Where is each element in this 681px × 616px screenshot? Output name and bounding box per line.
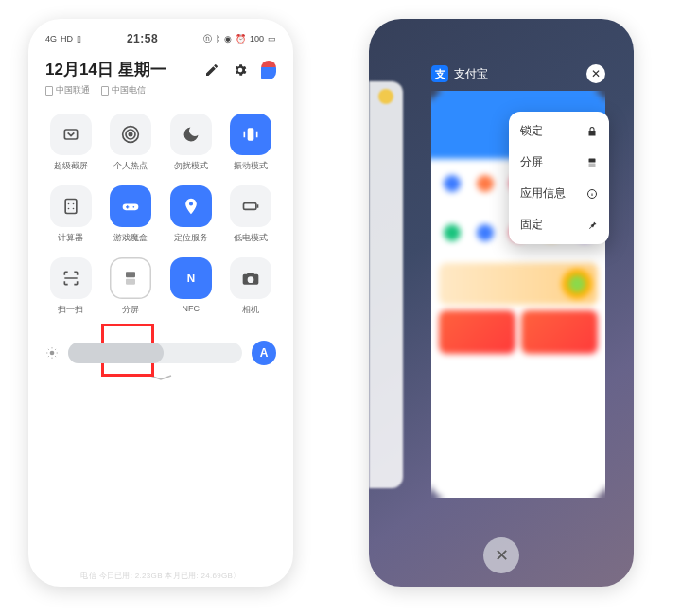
svg-rect-17 bbox=[589, 163, 596, 167]
nfc-status-icon: ⓝ bbox=[203, 33, 212, 45]
svg-point-8 bbox=[67, 208, 69, 210]
edit-icon[interactable] bbox=[204, 62, 219, 78]
auto-brightness-toggle[interactable]: A bbox=[252, 341, 276, 365]
scan-icon bbox=[61, 269, 80, 288]
svg-point-10 bbox=[133, 206, 135, 208]
tile-super-screenshot[interactable]: 超级截屏 bbox=[45, 114, 96, 172]
status-time: 21:58 bbox=[127, 32, 158, 45]
tile-nfc[interactable]: NNFC bbox=[166, 257, 217, 316]
pin-icon bbox=[182, 197, 201, 216]
split-small-icon bbox=[586, 157, 598, 168]
sim1: 中国联通 bbox=[45, 84, 90, 97]
recent-card-prev[interactable] bbox=[369, 81, 403, 488]
battery-pct: 100 bbox=[250, 34, 264, 44]
jovi-icon[interactable] bbox=[261, 61, 276, 79]
phone-right: 支 支付宝 ✕ 锁定 分屏 应用信息 固定 ✕ bbox=[369, 19, 634, 587]
svg-rect-5 bbox=[65, 200, 77, 214]
data-usage-footer: 电信 今日已用: 2.23GB 本月已用: 24.69GB〉 bbox=[28, 571, 293, 581]
info-icon bbox=[586, 188, 598, 200]
menu-item-split[interactable]: 分屏 bbox=[509, 147, 609, 178]
sim2: 中国电信 bbox=[101, 84, 146, 97]
signal-1-icon: 4G bbox=[45, 34, 57, 44]
clear-all-button[interactable]: ✕ bbox=[483, 537, 519, 573]
screenshot-icon bbox=[61, 125, 80, 144]
svg-rect-4 bbox=[248, 128, 254, 140]
mute-icon: ◉ bbox=[224, 34, 232, 44]
svg-rect-12 bbox=[126, 272, 135, 277]
tile-location[interactable]: 定位服务 bbox=[166, 185, 217, 244]
battery-icon bbox=[241, 197, 260, 216]
card-close-button[interactable]: ✕ bbox=[586, 64, 605, 83]
svg-rect-11 bbox=[244, 203, 256, 210]
app-name-label: 支付宝 bbox=[454, 66, 488, 82]
tile-game-box[interactable]: 游戏魔盒 bbox=[106, 185, 157, 244]
svg-rect-16 bbox=[589, 158, 596, 162]
expand-chevron-icon[interactable] bbox=[147, 373, 175, 382]
vibrate-icon bbox=[241, 125, 260, 144]
svg-rect-13 bbox=[126, 279, 135, 285]
recents-view: 支 支付宝 ✕ bbox=[369, 19, 634, 587]
gamepad-icon bbox=[121, 197, 140, 216]
camera-icon bbox=[241, 269, 260, 288]
alarm-icon: ⏰ bbox=[236, 34, 246, 44]
menu-item-info[interactable]: 应用信息 bbox=[509, 178, 609, 209]
svg-point-1 bbox=[130, 132, 132, 135]
menu-item-lock[interactable]: 锁定 bbox=[509, 115, 609, 147]
svg-point-6 bbox=[67, 203, 69, 205]
tile-hotspot[interactable]: 个人热点 bbox=[106, 114, 157, 172]
pushpin-icon bbox=[586, 220, 598, 231]
svg-rect-0 bbox=[64, 130, 77, 139]
signal-2-icon: HD bbox=[61, 34, 73, 44]
date-label: 12月14日 星期一 bbox=[45, 59, 166, 80]
card-options-menu: 锁定 分屏 应用信息 固定 bbox=[509, 112, 609, 244]
nfc-icon: N bbox=[182, 269, 201, 288]
svg-point-7 bbox=[72, 203, 74, 205]
brightness-slider[interactable] bbox=[68, 343, 242, 363]
tile-calculator[interactable]: 计算器 bbox=[45, 185, 96, 244]
tile-low-power[interactable]: 低电模式 bbox=[226, 185, 277, 244]
lock-icon bbox=[586, 126, 598, 137]
tile-camera[interactable]: 相机 bbox=[226, 257, 277, 316]
settings-icon[interactable] bbox=[233, 62, 248, 78]
tile-scan[interactable]: 扫一扫 bbox=[45, 257, 96, 316]
tile-vibrate[interactable]: 振动模式 bbox=[226, 114, 277, 172]
brightness-low-icon bbox=[45, 346, 59, 360]
quick-settings-grid: 超级截屏 个人热点 勿扰模式 振动模式 计算器 游戏魔盒 定位服务 低电模式 扫… bbox=[45, 114, 276, 316]
tile-split-screen[interactable]: 分屏 bbox=[106, 257, 157, 316]
moon-icon bbox=[182, 125, 201, 144]
svg-text:N: N bbox=[187, 272, 195, 284]
menu-item-pin[interactable]: 固定 bbox=[509, 209, 609, 240]
alipay-icon: 支 bbox=[431, 65, 448, 82]
bluetooth-icon: ᛒ bbox=[216, 34, 220, 44]
svg-point-15 bbox=[50, 351, 55, 356]
svg-point-9 bbox=[72, 208, 74, 210]
recents-dock: ✕ bbox=[369, 537, 634, 573]
sim-icon: ▯ bbox=[77, 34, 81, 44]
battery-icon: ▭ bbox=[268, 34, 276, 44]
phone-left: 4G HD ▯ 21:58 ⓝ ᛒ ◉ ⏰ 100 ▭ 12月14日 星期一 中… bbox=[28, 19, 293, 587]
status-bar: 4G HD ▯ 21:58 ⓝ ᛒ ◉ ⏰ 100 ▭ bbox=[45, 32, 276, 45]
tile-dnd[interactable]: 勿扰模式 bbox=[166, 114, 217, 172]
hotspot-icon bbox=[121, 125, 140, 144]
calc-icon bbox=[61, 197, 80, 216]
split-icon bbox=[121, 269, 140, 288]
